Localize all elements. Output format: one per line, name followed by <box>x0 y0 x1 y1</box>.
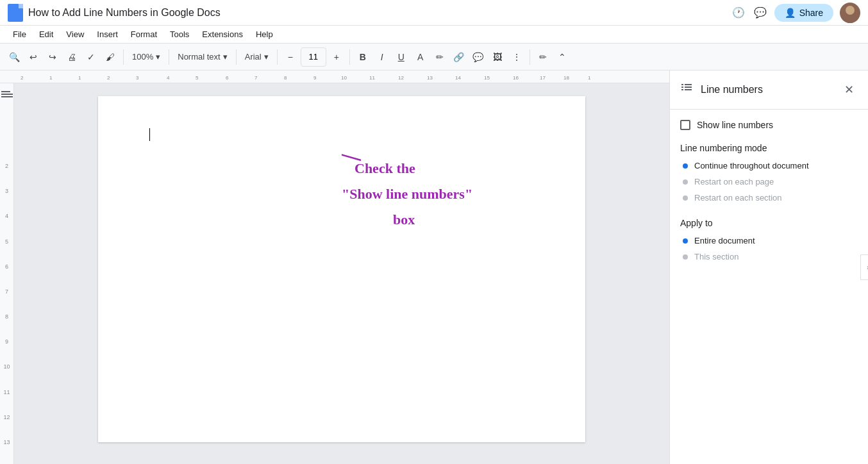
mode-continue-label: Continue throughout document <box>694 161 809 170</box>
menu-edit[interactable]: Edit <box>34 28 58 40</box>
mode-option-continue[interactable]: Continue throughout document <box>683 161 858 170</box>
share-label: Share <box>799 8 823 18</box>
menu-view[interactable]: View <box>61 28 89 40</box>
apply-section-dot <box>683 254 688 260</box>
mode-option-restart-section[interactable]: Restart on each section <box>683 193 858 203</box>
svg-rect-26 <box>681 89 683 90</box>
comment-insert-btn[interactable]: 💬 <box>469 47 487 67</box>
avatar[interactable] <box>840 3 860 23</box>
document-page[interactable]: Check the "Show line numbers" box <box>98 96 585 442</box>
apply-to-group: Entire document This section <box>680 236 858 261</box>
svg-text:5: 5 <box>196 75 199 81</box>
font-size-increase-btn[interactable]: + <box>328 47 346 67</box>
mode-restart-section-dot <box>683 195 688 201</box>
svg-text:4: 4 <box>167 75 170 81</box>
menu-help[interactable]: Help <box>251 28 278 40</box>
svg-text:1: 1 <box>78 75 81 81</box>
ruler-num-12: 12 <box>3 414 10 439</box>
redo-btn[interactable]: ↪ <box>44 47 62 67</box>
panel-close-button[interactable]: ✕ <box>840 81 858 99</box>
menu-file[interactable]: File <box>8 28 31 40</box>
document-title: How to Add Line Numbers in Google Docs <box>28 7 726 19</box>
ruler-num-13: 13 <box>3 439 10 464</box>
apply-entire-label: Entire document <box>694 236 755 245</box>
highlight-btn[interactable]: ✏ <box>431 47 449 67</box>
annotation-line2: "Show line numbers" <box>342 186 472 202</box>
underline-btn[interactable]: U <box>392 47 410 67</box>
show-line-numbers-checkbox[interactable] <box>680 120 690 130</box>
font-value: Arial <box>245 52 262 62</box>
svg-rect-28 <box>685 87 692 88</box>
h-ruler-svg: 2 1 1 2 3 4 5 6 7 8 9 10 11 12 13 14 15 … <box>14 70 591 83</box>
comment-icon[interactable]: 💬 <box>753 5 768 21</box>
pen-btn[interactable]: ✏ <box>534 47 552 67</box>
link-btn[interactable]: 🔗 <box>450 47 468 67</box>
ruler-num-3: 3 <box>5 188 8 213</box>
font-size-decrease-btn[interactable]: − <box>281 47 299 67</box>
svg-text:6: 6 <box>226 75 229 81</box>
panel-lines-icon <box>680 82 693 98</box>
apply-this-section[interactable]: This section <box>683 252 858 261</box>
svg-text:1: 1 <box>49 75 53 81</box>
document-scroll[interactable]: Check the "Show line numbers" box <box>14 83 669 464</box>
ruler-num-4: 4 <box>5 213 8 238</box>
font-dropdown[interactable]: Arial ▾ <box>240 47 273 67</box>
apply-entire-doc[interactable]: Entire document <box>683 236 858 245</box>
paragraph-style-dropdown[interactable]: Normal text ▾ <box>173 47 231 67</box>
svg-text:2: 2 <box>21 75 24 81</box>
mode-restart-section-label: Restart on each section <box>694 193 782 203</box>
toolbar-divider-2 <box>169 49 169 65</box>
apply-entire-dot <box>683 238 688 244</box>
numbering-mode-title: Line numbering mode <box>680 143 858 153</box>
font-size-value: 11 <box>309 52 318 62</box>
more-btn[interactable]: ⋮ <box>508 47 526 67</box>
ruler-num-6: 6 <box>5 263 8 288</box>
image-btn[interactable]: 🖼 <box>488 47 506 67</box>
doc-icon <box>8 4 23 22</box>
svg-text:9: 9 <box>313 75 317 81</box>
toolbar-divider-1 <box>123 49 124 65</box>
spellcheck-btn[interactable]: ✓ <box>82 47 100 67</box>
outline-icon[interactable] <box>1 90 13 99</box>
expand-btn[interactable]: ⌃ <box>553 47 571 67</box>
menu-format[interactable]: Format <box>126 28 162 40</box>
panel-title: Line numbers <box>701 84 832 95</box>
svg-text:18: 18 <box>563 75 569 81</box>
annotation-svg: Check the "Show line numbers" box <box>342 147 585 276</box>
svg-rect-29 <box>685 89 692 90</box>
svg-text:11: 11 <box>369 75 375 81</box>
svg-rect-24 <box>681 84 683 85</box>
panel-collapse-handle[interactable]: › <box>860 254 868 280</box>
menu-insert[interactable]: Insert <box>92 28 123 40</box>
show-line-numbers-label: Show line numbers <box>697 120 773 130</box>
svg-text:8: 8 <box>284 75 287 81</box>
title-bar: How to Add Line Numbers in Google Docs 🕐… <box>0 0 868 26</box>
svg-text:16: 16 <box>513 75 519 81</box>
italic-btn[interactable]: I <box>373 47 391 67</box>
history-icon[interactable]: 🕐 <box>731 5 746 21</box>
toolbar-divider-4 <box>277 49 278 65</box>
panel-header: Line numbers ✕ <box>670 70 868 110</box>
mode-option-restart-page[interactable]: Restart on each page <box>683 177 858 186</box>
svg-text:12: 12 <box>398 75 404 81</box>
search-btn[interactable]: 🔍 <box>5 47 23 67</box>
font-size-input[interactable]: 11 <box>301 47 326 67</box>
ruler-num-8: 8 <box>5 313 8 338</box>
zoom-dropdown[interactable]: 100% ▾ <box>128 47 165 67</box>
menu-extensions[interactable]: Extensions <box>197 28 248 40</box>
mode-continue-dot <box>683 163 688 169</box>
ruler-num-7: 7 <box>5 288 8 313</box>
svg-text:19: 19 <box>588 75 591 81</box>
share-button[interactable]: 👤 Share <box>774 4 833 22</box>
apply-to-title: Apply to <box>680 218 858 228</box>
bold-btn[interactable]: B <box>354 47 372 67</box>
toolbar: 🔍 ↩ ↪ 🖨 ✓ 🖌 100% ▾ Normal text ▾ Arial ▾… <box>0 44 868 70</box>
show-line-numbers-row: Show line numbers <box>680 120 858 130</box>
menu-tools[interactable]: Tools <box>165 28 194 40</box>
paragraph-style-value: Normal text <box>178 52 220 62</box>
undo-btn[interactable]: ↩ <box>24 47 42 67</box>
text-color-btn[interactable]: A <box>412 47 430 67</box>
paint-format-btn[interactable]: 🖌 <box>101 47 119 67</box>
print-btn[interactable]: 🖨 <box>63 47 81 67</box>
svg-text:15: 15 <box>484 75 490 81</box>
